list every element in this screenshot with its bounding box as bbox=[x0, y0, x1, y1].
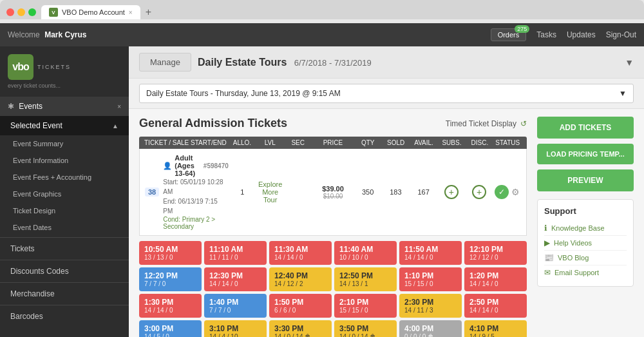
sidebar-divider-4 bbox=[0, 305, 129, 305]
sidebar-item-selected-event[interactable]: Selected Event ▲ bbox=[0, 116, 129, 135]
orders-button[interactable]: Orders 275 bbox=[491, 28, 527, 41]
time-slot[interactable]: 3:30 PM14 / 0 / 14 🗑 bbox=[269, 320, 332, 337]
traffic-lights bbox=[6, 8, 36, 16]
status-check-icon: ✓ bbox=[495, 185, 509, 199]
time-slot[interactable]: 1:10 PM15 / 15 / 0 bbox=[399, 267, 462, 291]
welcome-label: Welcome bbox=[8, 30, 40, 39]
sidebar: vbo TICKETS every ticket counts... ✱ Eve… bbox=[0, 46, 129, 337]
time-slot[interactable]: 2:10 PM15 / 15 / 0 bbox=[334, 294, 397, 318]
sidebar-item-barcodes[interactable]: Barcodes bbox=[0, 307, 129, 326]
time-slot[interactable]: 3:10 PM14 / 4 / 10 bbox=[204, 320, 267, 337]
sidebar-item-event-summary[interactable]: Event Summary bbox=[0, 135, 129, 152]
refresh-icon[interactable]: ↺ bbox=[520, 119, 527, 128]
ticket-disc[interactable]: + bbox=[466, 185, 493, 199]
sidebar-logo: vbo TICKETS every ticket counts... bbox=[0, 46, 129, 97]
th-avail: AVAIL. bbox=[410, 139, 437, 146]
manage-button[interactable]: Manage bbox=[139, 53, 191, 72]
support-link-1[interactable]: ▶Help Videos bbox=[544, 236, 627, 251]
maximize-traffic-light[interactable] bbox=[28, 8, 36, 16]
support-link-2[interactable]: 📰VBO Blog bbox=[544, 251, 627, 265]
sidebar-item-discounts-codes[interactable]: Discounts Codes bbox=[0, 262, 129, 281]
time-slot[interactable]: 11:40 AM10 / 10 / 0 bbox=[334, 241, 397, 265]
support-box: Support ℹKnowledge Base▶Help Videos📰VBO … bbox=[537, 199, 634, 287]
ticket-info: 38 👤 Adult (Ages 13-64) #598470 Start: 0… bbox=[145, 154, 229, 230]
sidebar-item-event-dates[interactable]: Event Dates bbox=[0, 219, 129, 236]
browser-controls: V VBO Demo Account × + bbox=[6, 5, 638, 19]
sidebar-item-event-graphics[interactable]: Event Graphics bbox=[0, 186, 129, 202]
time-slot[interactable]: 12:10 PM12 / 12 / 0 bbox=[464, 241, 527, 265]
sidebar-item-merchandise[interactable]: Merchandise bbox=[0, 284, 129, 303]
top-nav: Welcome Mark Cyrus Orders 275 Tasks Upda… bbox=[0, 23, 644, 46]
ticket-start-date: Start: 05/01/19 10:28 AM bbox=[163, 177, 229, 197]
ticket-number: 38 bbox=[145, 188, 159, 197]
content-area: General Admission Tickets Timed Ticket D… bbox=[129, 109, 644, 337]
load-pricing-button[interactable]: LOAD PRICING TEMP... bbox=[537, 144, 634, 164]
time-slot[interactable]: 1:20 PM14 / 14 / 0 bbox=[464, 267, 527, 291]
time-slot[interactable]: 11:10 AM11 / 11 / 0 bbox=[204, 241, 267, 265]
date-dropdown-value: Daily Estate Tours - Thursday, June 13, … bbox=[146, 89, 341, 98]
time-slot[interactable]: 10:50 AM13 / 13 / 0 bbox=[139, 241, 202, 265]
th-qty: QTY bbox=[354, 139, 382, 146]
time-slot[interactable]: 11:50 AM14 / 14 / 0 bbox=[399, 241, 462, 265]
sidebar-item-ticket-design[interactable]: Ticket Design bbox=[0, 202, 129, 219]
time-slot[interactable]: 12:50 PM14 / 13 / 1 bbox=[334, 267, 397, 291]
time-slot[interactable]: 3:00 PM14 / 5 / 0 bbox=[139, 320, 202, 337]
event-selector[interactable]: Daily Estate Tours 6/7/2018 - 7/31/2019 … bbox=[198, 57, 634, 68]
th-sec: SEC bbox=[284, 139, 312, 146]
support-link-label-3: Email Support bbox=[554, 269, 599, 276]
browser-tab[interactable]: V VBO Demo Account × bbox=[41, 5, 140, 19]
sidebar-events-section: ✱ Events × Selected Event ▲ Event Summar… bbox=[0, 97, 129, 236]
sidebar-item-event-information[interactable]: Event Information bbox=[0, 152, 129, 169]
ticket-icon: 👤 bbox=[163, 162, 172, 170]
logo-vbo-icon: vbo bbox=[8, 54, 33, 80]
time-slot[interactable]: 1:40 PM7 / 7 / 0 bbox=[204, 294, 267, 318]
sidebar-item-tickets[interactable]: Tickets bbox=[0, 239, 129, 258]
time-slot[interactable]: 1:30 PM14 / 14 / 0 bbox=[139, 294, 202, 318]
ticket-name: 👤 Adult (Ages 13-64) #598470 bbox=[163, 154, 229, 177]
ticket-subs[interactable]: + bbox=[437, 185, 465, 199]
right-panel: ADD TICKETS LOAD PRICING TEMP... PREVIEW… bbox=[537, 117, 634, 337]
time-slot[interactable]: 2:50 PM14 / 14 / 0 bbox=[464, 294, 527, 318]
support-icon-2: 📰 bbox=[544, 253, 554, 262]
tab-close-button[interactable]: × bbox=[129, 9, 133, 16]
ticket-level: Explore More Tour bbox=[256, 180, 284, 204]
time-slot[interactable]: 11:30 AM14 / 14 / 0 bbox=[269, 241, 332, 265]
signout-link[interactable]: Sign-Out bbox=[606, 30, 636, 39]
th-status: STATUS bbox=[494, 139, 522, 146]
sidebar-events-header[interactable]: ✱ Events × bbox=[0, 97, 129, 116]
sidebar-item-event-fees[interactable]: Event Fees + Accounting bbox=[0, 169, 129, 186]
logo-text: vbo bbox=[12, 61, 28, 73]
preview-button[interactable]: PREVIEW bbox=[537, 169, 634, 191]
minimize-traffic-light[interactable] bbox=[17, 8, 25, 16]
ticket-status: ✓ ⚙ bbox=[493, 185, 521, 199]
add-subs-icon[interactable]: + bbox=[444, 185, 459, 199]
time-slot[interactable]: 4:00 PM0 / 0 / 0 🗑 bbox=[399, 320, 462, 337]
time-slot[interactable]: 12:20 PM7 / 7 / 0 bbox=[139, 267, 202, 291]
close-traffic-light[interactable] bbox=[6, 8, 14, 16]
new-tab-button[interactable]: + bbox=[143, 6, 154, 18]
updates-link[interactable]: Updates bbox=[567, 30, 596, 39]
ticket-price-strike: $10.00 bbox=[312, 193, 354, 200]
time-slot[interactable]: 2:30 PM14 / 11 / 3 bbox=[399, 294, 462, 318]
th-sold: SOLD bbox=[382, 139, 410, 146]
tasks-link[interactable]: Tasks bbox=[536, 30, 556, 39]
events-close-icon[interactable]: × bbox=[117, 103, 121, 110]
add-tickets-button[interactable]: ADD TICKETS bbox=[537, 117, 634, 139]
browser-chrome: V VBO Demo Account × + bbox=[0, 0, 644, 19]
time-slot[interactable]: 3:50 PM14 / 0 / 14 🗑 bbox=[334, 320, 397, 337]
ticket-gear-icon[interactable]: ⚙ bbox=[511, 187, 520, 197]
date-dropdown[interactable]: Daily Estate Tours - Thursday, June 13, … bbox=[139, 84, 634, 103]
timed-ticket-display: Timed Ticket Display ↺ bbox=[446, 119, 527, 128]
time-slot[interactable]: 1:50 PM6 / 6 / 0 bbox=[269, 294, 332, 318]
ticket-table-header: TICKET / SALE START/END ALLO. LVL SEC PR… bbox=[139, 137, 527, 149]
support-link-3[interactable]: ✉Email Support bbox=[544, 265, 627, 280]
support-link-0[interactable]: ℹKnowledge Base bbox=[544, 221, 627, 236]
add-disc-icon[interactable]: + bbox=[472, 185, 486, 199]
time-slot[interactable]: 12:40 PM14 / 12 / 2 bbox=[269, 267, 332, 291]
support-icon-1: ▶ bbox=[544, 238, 550, 247]
support-link-label-1: Help Videos bbox=[554, 239, 592, 247]
th-lvl: LVL bbox=[256, 139, 284, 146]
time-slot[interactable]: 4:10 PM14 / 9 / 5 bbox=[464, 320, 527, 337]
events-asterisk: ✱ bbox=[8, 102, 14, 111]
time-slot[interactable]: 12:30 PM14 / 14 / 0 bbox=[204, 267, 267, 291]
